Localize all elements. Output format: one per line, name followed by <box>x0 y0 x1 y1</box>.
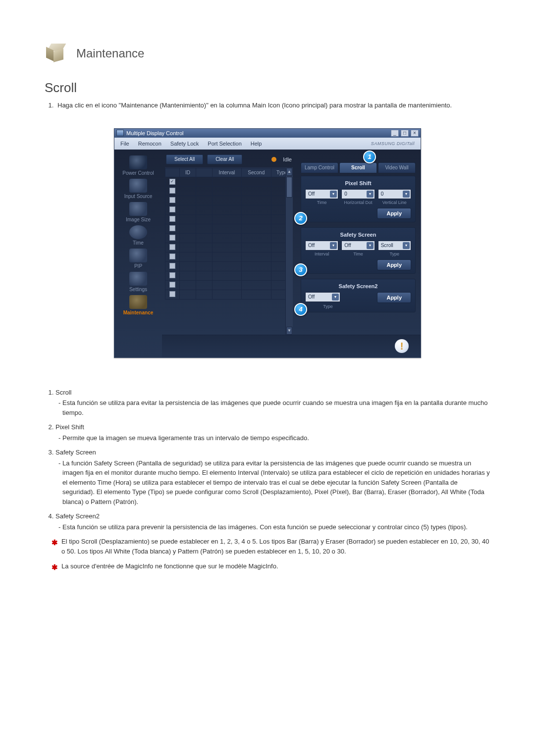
safety-interval-select[interactable]: Off▾ <box>305 241 338 251</box>
sidebar-item-label: PIP <box>134 263 142 269</box>
table-row[interactable] <box>165 196 293 205</box>
row-checkbox[interactable] <box>169 282 175 288</box>
col-status-icon <box>196 168 213 177</box>
sidebar-item-image-size[interactable]: Image Size <box>117 202 159 223</box>
table-row[interactable] <box>165 186 293 196</box>
safety-type-select[interactable]: Scroll▾ <box>378 241 411 251</box>
page-title: Maintenance <box>76 47 144 60</box>
sidebar-item-maintenance[interactable]: Maintenance <box>117 295 159 316</box>
col-interval: Interval <box>213 168 242 177</box>
callout-2: 2 <box>294 212 307 225</box>
pixel-shift-time-select[interactable]: Off▾ <box>305 189 338 199</box>
pip-icon <box>129 249 147 262</box>
brand-logo: SAMSUNG DIGITall <box>371 141 415 146</box>
safety-apply-button[interactable]: Apply <box>377 259 411 270</box>
chevron-down-icon: ▾ <box>403 242 410 249</box>
sidebar: Power Control Input Source Image Size Ti… <box>114 150 162 357</box>
menu-help[interactable]: Help <box>251 141 262 147</box>
chevron-down-icon: ▾ <box>367 191 374 198</box>
chevron-down-icon: ▾ <box>330 242 337 249</box>
sidebar-item-input-source[interactable]: Input Source <box>117 179 159 200</box>
menu-bar: File Remocon Safety Lock Port Selection … <box>114 138 421 150</box>
table-row[interactable] <box>165 290 293 299</box>
row-checkbox[interactable] <box>169 188 175 194</box>
grid-scrollbar[interactable]: ▲ ▼ <box>285 168 293 335</box>
pixel-shift-apply-button[interactable]: Apply <box>377 208 411 219</box>
desc-item-4: Safety Screen2 Esta función se utiliza p… <box>55 511 490 532</box>
sidebar-item-power-control[interactable]: Power Control <box>117 155 159 177</box>
table-row[interactable] <box>165 280 293 290</box>
table-row[interactable] <box>165 177 293 186</box>
intro-list: Haga clic en el icono "Maintenance (Mant… <box>45 101 490 110</box>
safety-time-select[interactable]: Off▾ <box>341 241 374 251</box>
table-row[interactable] <box>165 205 293 214</box>
menu-safety-lock[interactable]: Safety Lock <box>170 141 199 147</box>
table-row[interactable] <box>165 214 293 224</box>
title-bar: Multiple Display Control _ □ × <box>114 129 421 138</box>
table-row[interactable] <box>165 233 293 243</box>
desc-body-1: Esta función se utiliza para evitar la p… <box>62 398 490 417</box>
window-title: Multiple Display Control <box>126 130 184 136</box>
pixel-shift-hdot-label: Horizontal Dot <box>341 200 374 205</box>
row-checkbox[interactable] <box>169 272 175 278</box>
close-button[interactable]: × <box>411 130 419 137</box>
safety2-type-select[interactable]: Off▾ <box>305 292 340 302</box>
tab-video-wall[interactable]: Video Wall <box>378 162 416 173</box>
tab-scroll[interactable]: Scroll <box>339 162 377 173</box>
pixel-shift-panel: Pixel Shift Off▾ 0▾ 0▾ Time Horizontal D… <box>301 176 416 222</box>
menu-file[interactable]: File <box>120 141 129 147</box>
tab-lamp-control[interactable]: Lamp Control <box>301 162 338 173</box>
pixel-shift-vline-select[interactable]: 0▾ <box>378 189 411 199</box>
row-checkbox[interactable] <box>169 197 175 203</box>
scroll-down-icon[interactable]: ▼ <box>286 327 292 335</box>
pixel-shift-title: Pixel Shift <box>305 180 411 186</box>
idle-label: Idle <box>283 156 292 162</box>
col-second: Second <box>241 168 271 177</box>
sidebar-item-settings[interactable]: Settings <box>117 272 159 293</box>
col-id: ID <box>180 168 196 177</box>
desc-body-2: Permite que la imagen se mueva ligeramen… <box>62 433 490 443</box>
sidebar-item-label: Input Source <box>124 194 153 199</box>
row-checkbox[interactable] <box>169 291 175 297</box>
row-checkbox[interactable] <box>169 235 175 241</box>
menu-port-selection[interactable]: Port Selection <box>208 141 241 147</box>
menu-remocon[interactable]: Remocon <box>138 141 161 147</box>
sidebar-item-pip[interactable]: PIP <box>117 249 159 270</box>
table-row[interactable] <box>165 252 293 261</box>
scroll-up-icon[interactable]: ▲ <box>286 168 292 176</box>
row-checkbox[interactable] <box>169 253 175 259</box>
pixel-shift-vline-label: Vertical Line <box>378 200 411 205</box>
table-row[interactable] <box>165 243 293 252</box>
safety-screen2-title: Safety Screen2 <box>305 283 411 289</box>
minimize-button[interactable]: _ <box>391 130 399 137</box>
table-row[interactable] <box>165 224 293 233</box>
scroll-thumb[interactable] <box>286 177 292 198</box>
sidebar-item-label: Power Control <box>122 170 154 176</box>
pixel-shift-time-label: Time <box>305 200 338 205</box>
select-all-button[interactable]: Select All <box>166 154 203 164</box>
table-row[interactable] <box>165 261 293 271</box>
status-strip: ! <box>162 335 421 357</box>
table-row[interactable] <box>165 271 293 280</box>
clear-all-button[interactable]: Clear All <box>207 154 242 164</box>
desc-item-2: Pixel Shift Permite que la imagen se mue… <box>55 422 490 443</box>
starred-notes: El tipo Scroll (Desplazamiento) se puede… <box>45 537 490 571</box>
maintenance-icon <box>129 295 147 309</box>
input-source-icon <box>129 179 147 193</box>
sidebar-item-time[interactable]: Time <box>117 225 159 247</box>
callout-1: 1 <box>363 151 376 163</box>
row-checkbox[interactable] <box>169 244 175 250</box>
row-checkbox[interactable] <box>169 263 175 269</box>
safety-screen-title: Safety Screen <box>305 232 411 238</box>
settings-icon <box>129 272 147 286</box>
safety2-apply-button[interactable]: Apply <box>377 292 411 303</box>
row-checkbox[interactable] <box>169 179 175 185</box>
safety2-type-label: Type <box>305 304 351 309</box>
row-checkbox[interactable] <box>169 216 175 222</box>
row-checkbox[interactable] <box>169 225 175 231</box>
star-note-2: La source d'entrée de MagicInfo ne fonct… <box>52 561 490 571</box>
idle-indicator-icon <box>271 157 276 162</box>
row-checkbox[interactable] <box>169 206 175 212</box>
pixel-shift-hdot-select[interactable]: 0▾ <box>341 189 374 199</box>
maximize-button[interactable]: □ <box>401 130 409 137</box>
